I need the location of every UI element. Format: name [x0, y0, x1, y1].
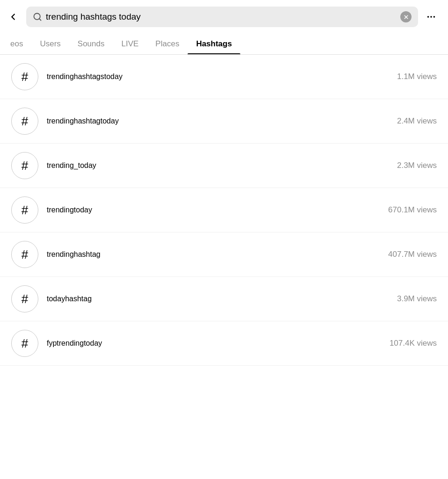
hashtag-views: 2.4M views: [397, 116, 437, 126]
svg-point-5: [430, 16, 432, 18]
hashtag-name: trendinghashtagstoday: [47, 73, 389, 81]
hashtag-list-item[interactable]: # trendinghashtag 407.7M views: [0, 232, 448, 277]
tab-live[interactable]: LIVE: [113, 34, 147, 54]
hashtag-icon: #: [11, 63, 38, 90]
svg-point-4: [427, 16, 429, 18]
tabs-bar: eos Users Sounds LIVE Places Hashtags: [0, 34, 448, 55]
hashtag-name: trendinghashtag: [47, 250, 380, 259]
svg-line-1: [39, 19, 41, 21]
hashtag-list-item[interactable]: # trendinghashtagtoday 2.4M views: [0, 99, 448, 144]
hashtag-icon: #: [11, 108, 38, 135]
header: trending hashtags today: [0, 0, 448, 34]
hashtag-name: trending_today: [47, 161, 389, 170]
hashtag-name: todayhashtag: [47, 295, 389, 303]
hashtag-list-item[interactable]: # trendingtoday 670.1M views: [0, 188, 448, 232]
hashtag-name: fyptrendingtoday: [47, 339, 381, 348]
hashtag-views: 107.4K views: [390, 339, 437, 348]
hashtag-icon: #: [11, 285, 38, 312]
tab-places[interactable]: Places: [147, 34, 188, 54]
hashtag-list-item[interactable]: # fyptrendingtoday 107.4K views: [0, 321, 448, 366]
hashtag-views: 3.9M views: [397, 294, 437, 304]
search-bar: trending hashtags today: [26, 7, 418, 27]
svg-point-6: [434, 16, 435, 18]
search-query-text[interactable]: trending hashtags today: [46, 12, 397, 22]
clear-button[interactable]: [400, 11, 412, 22]
hashtag-icon: #: [11, 196, 38, 224]
hashtag-icon: #: [11, 152, 38, 179]
hashtag-list: # trendinghashtagstoday 1.1M views # tre…: [0, 55, 448, 366]
hashtag-views: 407.7M views: [388, 250, 437, 259]
hashtag-icon: #: [11, 241, 38, 268]
tab-sounds[interactable]: Sounds: [69, 34, 113, 54]
hashtag-list-item[interactable]: # trending_today 2.3M views: [0, 144, 448, 188]
tab-videos[interactable]: eos: [2, 34, 31, 54]
hashtag-views: 670.1M views: [388, 205, 437, 215]
more-options-button[interactable]: [423, 8, 440, 25]
hashtag-name: trendinghashtagtoday: [47, 117, 389, 125]
hashtag-views: 1.1M views: [397, 72, 437, 81]
tab-users[interactable]: Users: [31, 34, 69, 54]
back-button[interactable]: [5, 8, 22, 25]
search-icon: [33, 12, 42, 22]
hashtag-list-item[interactable]: # trendinghashtagstoday 1.1M views: [0, 55, 448, 99]
hashtag-icon: #: [11, 330, 38, 357]
hashtag-list-item[interactable]: # todayhashtag 3.9M views: [0, 277, 448, 321]
hashtag-name: trendingtoday: [47, 206, 380, 214]
hashtag-views: 2.3M views: [397, 161, 437, 170]
tab-hashtags[interactable]: Hashtags: [188, 34, 240, 54]
